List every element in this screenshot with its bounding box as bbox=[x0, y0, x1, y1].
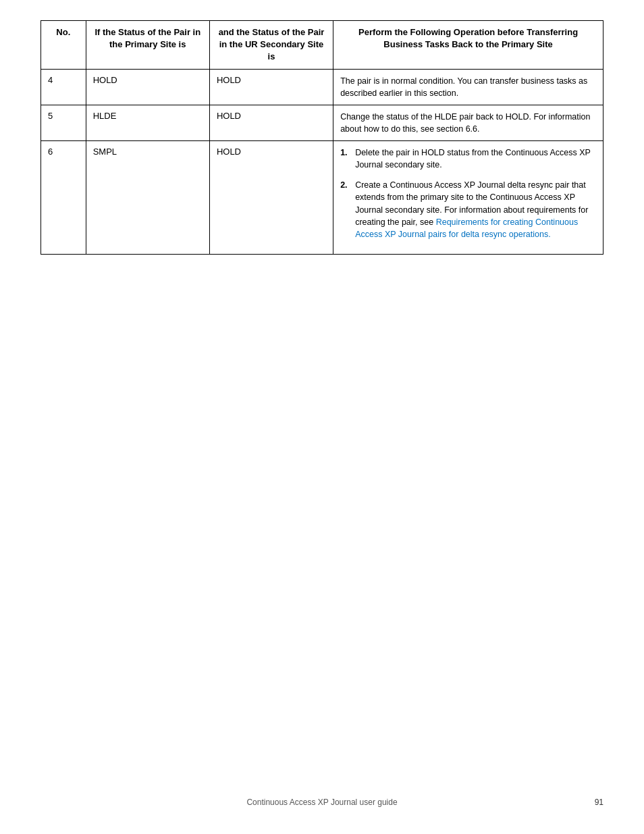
cell-operation: 1.Delete the pair in HOLD status from th… bbox=[333, 141, 603, 255]
footer-text: Continuous Access XP Journal user guide bbox=[246, 798, 397, 807]
table-row: 6SMPLHOLD1.Delete the pair in HOLD statu… bbox=[41, 141, 603, 255]
list-item-content: Delete the pair in HOLD status from the … bbox=[355, 147, 596, 171]
header-no: No. bbox=[41, 21, 86, 70]
table-row: 4HOLDHOLDThe pair is in normal condition… bbox=[41, 69, 603, 105]
cell-primary-status: HLDE bbox=[86, 105, 209, 140]
cell-operation: The pair is in normal condition. You can… bbox=[333, 69, 603, 105]
header-operation: Perform the Following Operation before T… bbox=[333, 21, 603, 70]
operation-link[interactable]: Requirements for creating Continuous Acc… bbox=[355, 217, 578, 239]
page-number: 91 bbox=[595, 798, 603, 807]
operation-text: The pair is in normal condition. You can… bbox=[340, 75, 596, 99]
main-table: No. If the Status of the Pair in the Pri… bbox=[41, 20, 603, 255]
cell-no: 4 bbox=[41, 69, 86, 105]
cell-operation: Change the status of the HLDE pair back … bbox=[333, 105, 603, 140]
page-content: No. If the Status of the Pair in the Pri… bbox=[41, 20, 603, 814]
header-primary-status: If the Status of the Pair in the Primary… bbox=[86, 21, 209, 70]
list-item: 1.Delete the pair in HOLD status from th… bbox=[340, 147, 596, 171]
cell-no: 5 bbox=[41, 105, 86, 140]
cell-secondary-status: HOLD bbox=[209, 105, 333, 140]
page-footer: Continuous Access XP Journal user guide … bbox=[41, 777, 603, 814]
table-row: 5HLDEHOLDChange the status of the HLDE p… bbox=[41, 105, 603, 140]
cell-secondary-status: HOLD bbox=[209, 141, 333, 255]
header-secondary-status: and the Status of the Pair in the UR Sec… bbox=[209, 21, 333, 70]
cell-no: 6 bbox=[41, 141, 86, 255]
operation-list: 1.Delete the pair in HOLD status from th… bbox=[340, 147, 596, 240]
list-item-content: Create a Continuous Access XP Journal de… bbox=[355, 179, 596, 240]
cell-primary-status: HOLD bbox=[86, 69, 209, 105]
list-item-number: 1. bbox=[340, 147, 352, 171]
list-item: 2.Create a Continuous Access XP Journal … bbox=[340, 179, 596, 240]
list-item-number: 2. bbox=[340, 179, 352, 240]
operation-text: Change the status of the HLDE pair back … bbox=[340, 111, 596, 135]
cell-secondary-status: HOLD bbox=[209, 69, 333, 105]
cell-primary-status: SMPL bbox=[86, 141, 209, 255]
